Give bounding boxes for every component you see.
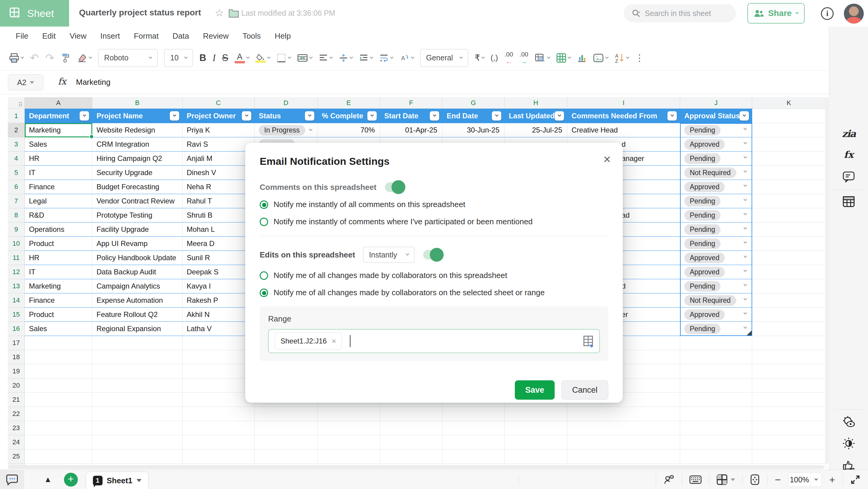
menu-insert[interactable]: Insert [100, 31, 120, 41]
star-icon[interactable]: ☆ [215, 7, 224, 19]
user-avatar[interactable] [844, 4, 864, 24]
column-header-K[interactable]: K [752, 97, 826, 109]
cell-K25[interactable] [752, 450, 826, 464]
cell-C15[interactable]: Akhil N [183, 308, 254, 322]
cell-A2[interactable]: Marketing [25, 123, 92, 137]
cell-B5[interactable]: Security Upgrade [92, 166, 183, 180]
cell-A4[interactable]: HR [25, 151, 92, 166]
row-number-15[interactable]: 15 [8, 308, 25, 322]
cell-B8[interactable]: Prototype Testing [92, 208, 183, 223]
filter-button[interactable] [80, 111, 89, 120]
status-pill[interactable]: Approved [684, 253, 725, 263]
fill-color-button[interactable] [255, 53, 270, 63]
cell-C7[interactable]: Rahul T [183, 194, 254, 208]
cell-A25[interactable] [25, 450, 92, 464]
column-header-J[interactable]: J [680, 97, 752, 109]
name-box[interactable]: A2 [8, 74, 43, 91]
keyboard-shortcuts-button[interactable] [682, 470, 709, 489]
cell-G2[interactable]: 30-Jun-25 [442, 123, 504, 137]
filter-button[interactable] [305, 111, 314, 120]
cell-C19[interactable] [183, 364, 254, 378]
cell-J19[interactable] [680, 364, 752, 378]
cell-K9[interactable] [752, 223, 826, 237]
cell-A11[interactable]: HR [25, 251, 92, 265]
cell-G24[interactable] [442, 435, 504, 450]
cell-C18[interactable] [183, 350, 254, 364]
cell-C14[interactable]: Rakesh P [183, 293, 254, 308]
cell-H24[interactable] [504, 435, 567, 450]
menu-data[interactable]: Data [173, 31, 189, 41]
row-number-25[interactable]: 25 [8, 450, 25, 464]
comma-style-button[interactable]: (,) [491, 53, 498, 62]
cell-J5[interactable]: Not Required [680, 166, 752, 180]
range-picker-icon[interactable] [582, 335, 594, 349]
cell-H25[interactable] [504, 450, 567, 464]
cell-H2[interactable]: 25-Jul-25 [504, 123, 567, 137]
cell-F23[interactable] [380, 421, 442, 435]
strikethrough-button[interactable]: S [222, 53, 228, 63]
cell-C25[interactable] [183, 450, 254, 464]
cell-J2[interactable]: Pending [680, 123, 752, 137]
menu-view[interactable]: View [70, 31, 87, 41]
row-number-8[interactable]: 8 [8, 208, 25, 223]
cell-A5[interactable]: IT [25, 166, 92, 180]
filter-button[interactable] [555, 111, 564, 120]
insert-chart-button[interactable] [577, 53, 587, 63]
cell-I23[interactable] [567, 421, 680, 435]
indent-button[interactable] [359, 53, 373, 62]
header-cell-Project Owner[interactable]: Project Owner [183, 109, 254, 123]
cell-K24[interactable] [752, 435, 826, 450]
row-number-24[interactable]: 24 [8, 435, 25, 450]
cell-C11[interactable]: Sunil R [183, 251, 254, 265]
fullscreen-button[interactable] [843, 470, 868, 489]
cell-D22[interactable] [254, 407, 318, 421]
cell-K6[interactable] [752, 180, 826, 194]
status-pill[interactable]: Approved [684, 309, 725, 320]
column-header-H[interactable]: H [504, 97, 567, 109]
cell-D23[interactable] [254, 421, 318, 435]
filter-button[interactable] [430, 111, 439, 120]
cell-A13[interactable]: Marketing [25, 279, 92, 293]
cell-A23[interactable] [25, 421, 92, 435]
decrease-decimal-button[interactable]: .00 ← [504, 52, 513, 64]
cell-J11[interactable]: Approved [680, 251, 752, 265]
cell-C4[interactable]: Anjali M [183, 151, 254, 166]
header-cell-Status[interactable]: Status [254, 109, 318, 123]
cancel-button[interactable]: Cancel [561, 380, 608, 400]
sort-button[interactable]: AZ [614, 53, 629, 63]
menu-format[interactable]: Format [134, 31, 159, 41]
cell-B7[interactable]: Vendor Contract Review [92, 194, 183, 208]
vertical-align-button[interactable] [339, 53, 352, 63]
filter-button[interactable] [170, 111, 179, 120]
increase-decimal-button[interactable]: .00 → [519, 52, 528, 64]
app-logo[interactable]: Sheet [0, 0, 69, 27]
cell-K23[interactable] [752, 421, 826, 435]
cell-D25[interactable] [254, 450, 318, 464]
status-pill[interactable]: Pending [684, 324, 720, 334]
cell-C12[interactable]: Deepak S [183, 265, 254, 279]
number-format-select[interactable]: General [420, 49, 468, 67]
cell-C23[interactable] [183, 421, 254, 435]
row-number-23[interactable]: 23 [8, 421, 25, 435]
cell-J10[interactable]: Pending [680, 237, 752, 251]
cell-A10[interactable]: Product [25, 237, 92, 251]
header-cell-Last Updated[interactable]: Last Updated [504, 109, 567, 123]
cell-I2[interactable]: Creative Head [567, 123, 680, 137]
cell-K11[interactable] [752, 251, 826, 265]
status-pill[interactable]: Pending [684, 238, 720, 249]
row-number-20[interactable]: 20 [8, 378, 25, 393]
cell-H23[interactable] [504, 421, 567, 435]
save-button[interactable]: Save [515, 380, 555, 400]
cell-D2[interactable]: In Progress [254, 123, 318, 137]
cell-A17[interactable] [25, 336, 92, 350]
column-header-F[interactable]: F [380, 97, 442, 109]
range-input[interactable]: Sheet1.J2:J16 × [268, 329, 600, 353]
cell-J6[interactable]: Approved [680, 180, 752, 194]
cell-G22[interactable] [442, 407, 504, 421]
document-title[interactable]: Quarterly project status report [79, 8, 201, 18]
header-cell-Department[interactable]: Department [25, 109, 92, 123]
cell-C6[interactable]: Neha R [183, 180, 254, 194]
close-icon[interactable]: × [603, 153, 611, 166]
horizontal-align-button[interactable] [318, 53, 332, 62]
font-select[interactable]: Roboto [98, 49, 158, 67]
